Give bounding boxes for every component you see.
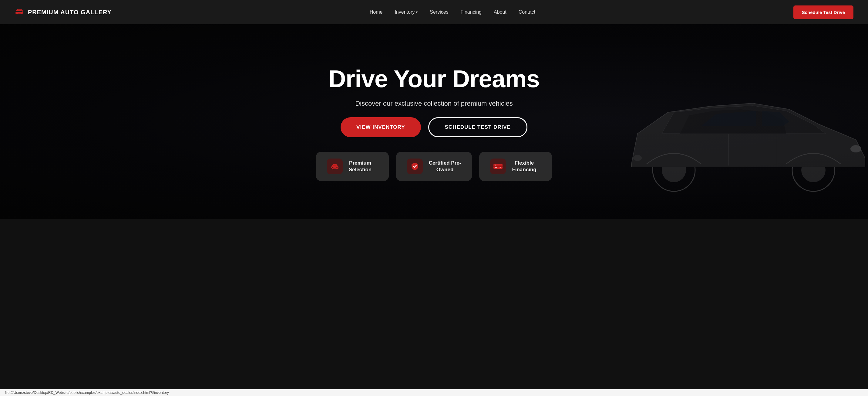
hero-section: Drive Your Dreams Discover our exclusive…	[0, 24, 868, 219]
svg-point-13	[336, 168, 338, 170]
nav-link-financing[interactable]: Financing	[461, 9, 482, 15]
svg-rect-2	[16, 12, 23, 13]
badge-certified-preowned: Certified Pre-Owned	[396, 152, 472, 181]
svg-rect-17	[495, 167, 497, 168]
brand-logo[interactable]: PREMIUM AUTO GALLERY	[14, 7, 112, 17]
view-inventory-button[interactable]: VIEW INVENTORY	[341, 117, 421, 137]
hero-badges: PremiumSelection Certified Pre-Owned $	[316, 152, 552, 196]
badge-certified-label: Certified Pre-Owned	[429, 160, 461, 173]
hero-buttons: VIEW INVENTORY SCHEDULE TEST DRIVE	[341, 117, 527, 137]
svg-rect-14	[333, 165, 336, 166]
shield-badge-icon	[407, 159, 423, 174]
svg-point-12	[332, 168, 334, 170]
hero-subtitle: Discover our exclusive collection of pre…	[355, 100, 513, 108]
hero-content: Drive Your Dreams Discover our exclusive…	[322, 47, 546, 137]
car-icon	[14, 7, 24, 17]
car-badge-icon	[327, 159, 343, 174]
svg-point-7	[850, 145, 861, 152]
svg-point-18	[500, 167, 501, 168]
nav-link-home[interactable]: Home	[370, 9, 383, 15]
nav-link-services[interactable]: Services	[430, 9, 448, 15]
badge-flexible-financing: $ FlexibleFinancing	[479, 152, 552, 181]
svg-point-8	[633, 155, 642, 161]
svg-rect-16	[493, 166, 502, 167]
navbar: PREMIUM AUTO GALLERY Home Inventory ▾ Se…	[0, 0, 868, 24]
brand-name: PREMIUM AUTO GALLERY	[28, 9, 112, 16]
hero-title: Drive Your Dreams	[329, 65, 539, 92]
hero-car-image	[607, 73, 868, 194]
nav-links: Home Inventory ▾ Services Financing Abou…	[370, 9, 535, 15]
chevron-down-icon: ▾	[416, 10, 417, 14]
financing-badge-icon: $	[490, 159, 506, 174]
schedule-test-drive-nav-button[interactable]: Schedule Test Drive	[794, 5, 854, 19]
schedule-test-drive-hero-button[interactable]: SCHEDULE TEST DRIVE	[428, 117, 527, 137]
nav-link-contact[interactable]: Contact	[519, 9, 535, 15]
badge-financing-label: FlexibleFinancing	[512, 160, 536, 173]
badge-premium-selection: PremiumSelection	[316, 152, 389, 181]
badge-premium-label: PremiumSelection	[349, 160, 372, 173]
nav-link-about[interactable]: About	[494, 9, 506, 15]
nav-link-inventory[interactable]: Inventory ▾	[395, 9, 417, 15]
